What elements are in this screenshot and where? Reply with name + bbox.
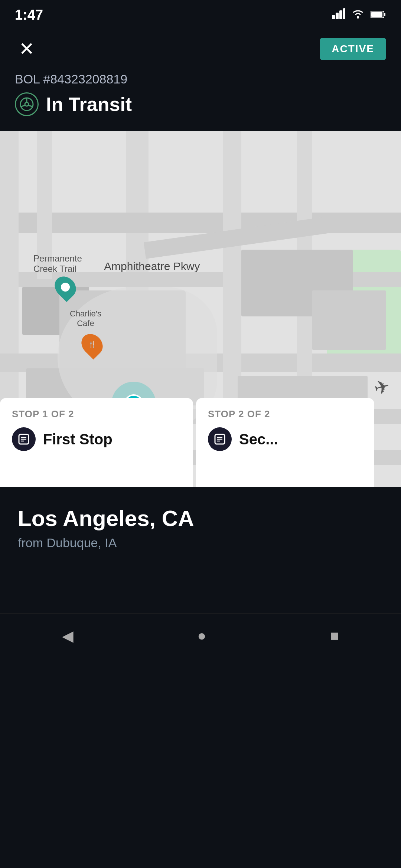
watermark-icon: ✈ <box>372 375 392 400</box>
stop-card-1[interactable]: STOP 1 OF 2 First Stop <box>0 398 193 487</box>
map-watermark: ✈ <box>374 377 390 398</box>
status-row: In Transit <box>15 92 386 116</box>
close-icon: ✕ <box>19 40 35 58</box>
stop-2-label: STOP 2 OF 2 <box>208 408 362 420</box>
map-view[interactable]: PermanenteCreek Trail Amphitheatre Pkwy … <box>0 131 401 487</box>
permanente-label: PermanenteCreek Trail <box>33 253 82 274</box>
status-icons <box>332 8 386 22</box>
signal-icon <box>332 8 345 22</box>
stop-cards-container: STOP 1 OF 2 First Stop STOP 2 OF 2 <box>0 398 401 487</box>
header-top: ✕ ACTIVE <box>15 37 386 61</box>
stop-1-label: STOP 1 OF 2 <box>12 408 181 420</box>
stop-2-name-row: Sec... <box>208 427 362 451</box>
svg-point-4 <box>357 16 359 19</box>
svg-rect-2 <box>339 10 342 19</box>
recent-button[interactable]: ■ <box>308 620 361 651</box>
back-button[interactable]: ◀ <box>40 620 96 652</box>
bottom-panel: Los Angeles, CA from Dubuque, IA <box>0 487 401 613</box>
in-transit-label: In Transit <box>46 93 132 115</box>
svg-point-9 <box>25 102 29 106</box>
stop-card-2[interactable]: STOP 2 OF 2 Sec... <box>196 398 374 487</box>
status-bar: 1:47 <box>0 0 401 30</box>
stop-1-icon <box>12 427 36 451</box>
svg-rect-1 <box>336 13 339 19</box>
map-building-7 <box>312 290 386 350</box>
stop-1-name: First Stop <box>43 431 113 448</box>
green-pin <box>56 276 75 299</box>
steering-wheel-icon <box>15 92 39 116</box>
svg-rect-7 <box>371 12 382 17</box>
svg-rect-3 <box>343 8 345 19</box>
svg-rect-6 <box>384 13 385 16</box>
svg-line-12 <box>28 105 32 106</box>
nav-bar: ◀ ● ■ <box>0 613 401 658</box>
close-button[interactable]: ✕ <box>15 37 39 61</box>
svg-rect-0 <box>332 15 335 19</box>
status-time: 1:47 <box>15 7 43 23</box>
wifi-icon <box>351 9 365 22</box>
svg-line-11 <box>21 105 25 106</box>
header: ✕ ACTIVE BOL #84323208819 In Transit <box>0 30 401 131</box>
destination-city: Los Angeles, CA <box>18 506 383 531</box>
origin-text: from Dubuque, IA <box>18 536 383 550</box>
map-road-2 <box>0 213 401 233</box>
bol-number: BOL #84323208819 <box>15 72 386 86</box>
food-pin: 🍴 <box>82 333 102 356</box>
home-button[interactable]: ● <box>175 620 228 651</box>
amphi-label: Amphitheatre Pkwy <box>104 260 200 273</box>
battery-icon <box>371 9 386 21</box>
stop-2-name: Sec... <box>239 431 278 448</box>
charlies-label: Charlie'sCafe <box>70 309 101 328</box>
active-badge[interactable]: ACTIVE <box>320 38 386 60</box>
stop-2-icon <box>208 427 232 451</box>
stop-1-name-row: First Stop <box>12 427 181 451</box>
